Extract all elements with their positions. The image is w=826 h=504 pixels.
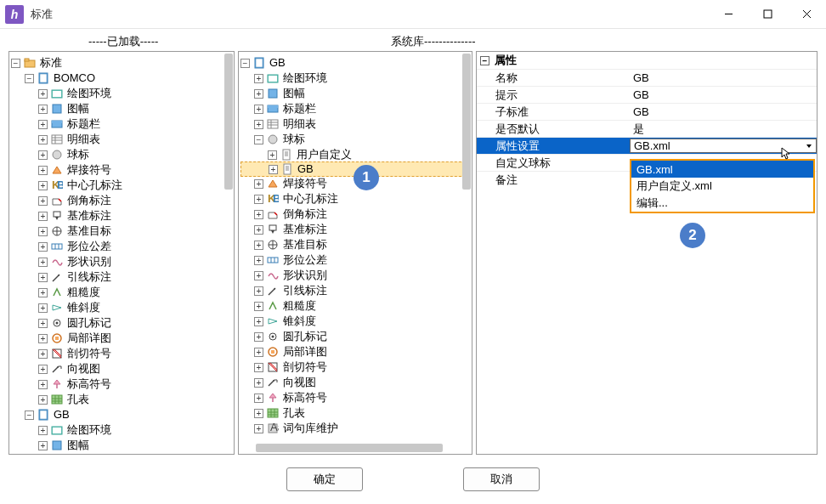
tree-node[interactable]: 剖切符号	[11, 346, 232, 361]
syslib-tree[interactable]: GB绘图环境图幅标题栏明细表球标用户自定义GB焊接符号中心孔标注倒角标注基准标注…	[239, 52, 472, 439]
tree-node[interactable]: GB	[240, 55, 470, 71]
tree-expander[interactable]	[38, 273, 48, 282]
tree-node[interactable]: 标题栏	[11, 116, 232, 132]
tree-node[interactable]: 孔表	[11, 392, 232, 407]
tree-node[interactable]: 绘图环境	[11, 422, 232, 438]
tree-node[interactable]: 局部详图	[240, 344, 470, 360]
minimize-button[interactable]	[709, 0, 748, 29]
tree-node[interactable]: 标准	[11, 55, 232, 71]
tree-expander[interactable]	[254, 286, 263, 296]
tree-node[interactable]: 形状识别	[240, 268, 470, 283]
chevron-down-icon[interactable]	[802, 139, 816, 152]
tree-node[interactable]: 标高符号	[240, 390, 470, 405]
tree-expander[interactable]	[254, 105, 263, 114]
tree-node[interactable]: 向视图	[240, 375, 470, 390]
tree-node[interactable]: 引线标注	[11, 269, 232, 285]
tree-expander[interactable]	[38, 303, 48, 313]
tree-node[interactable]: 图幅	[11, 438, 232, 453]
tree-node[interactable]: 标题栏	[240, 101, 470, 116]
tree-expander[interactable]	[38, 365, 48, 374]
tree-expander[interactable]	[38, 380, 48, 389]
tree-expander[interactable]	[254, 74, 263, 83]
tree-node[interactable]: 局部详图	[11, 331, 232, 346]
tree-expander[interactable]	[254, 120, 263, 129]
tree-node[interactable]: 倒角标注	[11, 193, 232, 208]
tree-node[interactable]: 形位公差	[11, 239, 232, 254]
tree-expander[interactable]	[254, 271, 263, 280]
property-row[interactable]: 子标准GB	[477, 103, 817, 120]
tree-expander[interactable]	[254, 241, 263, 250]
tree-expander[interactable]	[38, 349, 48, 359]
dropdown-option[interactable]: GB.xml	[631, 161, 813, 178]
tree-expander[interactable]	[254, 179, 263, 189]
tree-expander[interactable]	[254, 135, 263, 144]
tree-expander[interactable]	[254, 225, 263, 235]
tree-expander[interactable]	[269, 165, 278, 174]
tree-expander[interactable]	[254, 256, 263, 265]
cancel-button[interactable]: 取消	[463, 467, 540, 491]
tree-node[interactable]: 粗糙度	[240, 298, 470, 314]
tree-node[interactable]: 基准目标	[11, 224, 232, 239]
tree-expander[interactable]	[254, 409, 263, 418]
tree-node[interactable]: 锥斜度	[240, 314, 470, 329]
tree-expander[interactable]	[38, 426, 48, 435]
tree-node[interactable]: 中心孔标注	[240, 191, 470, 207]
tree-expander[interactable]	[254, 378, 263, 388]
tree-node[interactable]: 球标	[240, 132, 470, 147]
loaded-tree[interactable]: 标准BOMCO绘图环境图幅标题栏明细表球标焊接符号中心孔标注倒角标注基准标注基准…	[9, 52, 234, 455]
tree-expander[interactable]	[38, 135, 48, 144]
tree-expander[interactable]	[25, 74, 34, 83]
tree-node[interactable]: 焊接符号	[11, 162, 232, 178]
tree-expander[interactable]	[254, 363, 263, 372]
ok-button[interactable]: 确定	[286, 467, 363, 491]
tree-node[interactable]: 基准标注	[240, 222, 470, 237]
tree-node[interactable]: 中心孔标注	[11, 178, 232, 193]
tree-node[interactable]: 绘图环境	[240, 71, 470, 86]
tree-expander[interactable]	[254, 394, 263, 403]
tree-expander[interactable]	[254, 317, 263, 326]
tree-node[interactable]: 图幅	[11, 101, 232, 116]
property-value[interactable]: GB	[630, 71, 817, 84]
tree-expander[interactable]	[254, 89, 263, 99]
tree-expander[interactable]	[38, 288, 48, 297]
tree-expander[interactable]	[38, 334, 48, 343]
tree-node[interactable]: 绘图环境	[11, 86, 232, 101]
tree-node[interactable]: 引线标注	[240, 283, 470, 298]
tree-node[interactable]: 剖切符号	[240, 360, 470, 375]
tree-expander[interactable]	[254, 424, 263, 433]
tree-node[interactable]: 明细表	[240, 116, 470, 132]
collapse-icon[interactable]	[480, 56, 489, 65]
tree-expander[interactable]	[254, 332, 263, 342]
tree-expander[interactable]	[38, 441, 48, 450]
tree-node[interactable]: 图幅	[240, 86, 470, 101]
tree-node[interactable]: 倒角标注	[240, 207, 470, 222]
tree-expander[interactable]	[38, 395, 48, 405]
tree-expander[interactable]	[38, 319, 48, 328]
scrollbar-vertical[interactable]	[462, 54, 471, 190]
tree-node[interactable]: 粗糙度	[11, 285, 232, 300]
tree-node[interactable]: 向视图	[11, 361, 232, 377]
tree-expander[interactable]	[11, 59, 20, 68]
tree-expander[interactable]	[38, 212, 48, 221]
property-row[interactable]: 提示GB	[477, 86, 817, 103]
tree-expander[interactable]	[38, 227, 48, 236]
tree-expander[interactable]	[38, 150, 48, 160]
property-row[interactable]: 名称GB	[477, 69, 817, 86]
tree-node[interactable]: BOMCO	[11, 71, 232, 86]
tree-node[interactable]: GB	[11, 407, 232, 422]
property-value[interactable]: 是	[630, 122, 817, 137]
tree-expander[interactable]	[25, 411, 34, 420]
property-row-selected[interactable]: 属性设置GB.xml	[477, 137, 817, 154]
scrollbar-vertical[interactable]	[224, 54, 233, 190]
dropdown-option[interactable]: 用户自定义.xml	[631, 178, 813, 195]
tree-expander[interactable]	[254, 210, 263, 219]
tree-node[interactable]: 形位公差	[240, 252, 470, 268]
tree-node[interactable]: 锥斜度	[11, 300, 232, 315]
scrollbar-horizontal[interactable]	[256, 444, 443, 452]
tree-expander[interactable]	[240, 59, 250, 68]
maximize-button[interactable]	[748, 0, 787, 29]
tree-node[interactable]: 用户自定义	[240, 147, 470, 162]
property-row[interactable]: 是否默认是	[477, 120, 817, 137]
tree-expander[interactable]	[254, 348, 263, 357]
tree-node[interactable]: 明细表	[11, 132, 232, 147]
